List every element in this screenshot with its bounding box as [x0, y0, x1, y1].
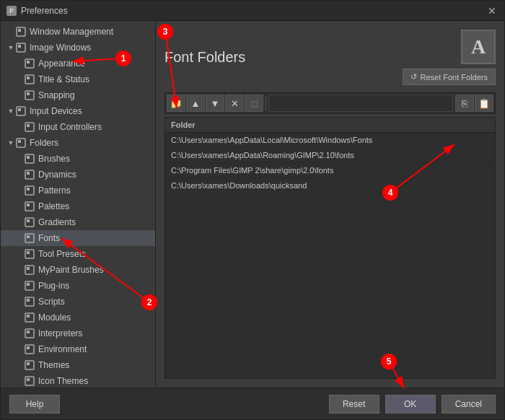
sidebar-label-palettes: Palettes [38, 201, 69, 211]
reset-font-folders-label: Reset Font Folders [420, 73, 488, 82]
titlebar-left: P Preferences [6, 6, 68, 16]
sidebar-icon-snapping [24, 89, 35, 101]
sidebar-item-folders[interactable]: ▼Folders [1, 135, 155, 151]
svg-rect-32 [25, 281, 34, 290]
sidebar-icon-mypaint-brushes [24, 264, 35, 276]
svg-rect-31 [27, 267, 30, 270]
delete-button[interactable]: ✕ [225, 95, 244, 112]
window-title: Preferences [21, 6, 68, 16]
sidebar-item-palettes[interactable]: Palettes [1, 198, 155, 214]
sidebar-label-scripts: Scripts [38, 297, 65, 307]
cancel-button[interactable]: Cancel [442, 395, 496, 414]
sidebar-item-brushes[interactable]: Brushes [1, 151, 155, 167]
clear-button[interactable]: ⬚ [245, 95, 263, 112]
copy-icon: ⎘ [462, 98, 467, 109]
sidebar-item-gradients[interactable]: Gradients [1, 214, 155, 230]
folder-row[interactable]: C:\Program Files\GIMP 2\share\gimp\2.0\f… [165, 163, 495, 178]
svg-rect-27 [27, 235, 30, 238]
sidebar-label-window-management: Window Management [30, 27, 113, 37]
sidebar-item-snapping[interactable]: Snapping [1, 87, 155, 103]
sidebar-item-window-management[interactable]: Window Management [1, 24, 155, 40]
sidebar-item-input-devices[interactable]: ▼Input Devices [1, 103, 155, 119]
sidebar-item-dynamics[interactable]: Dynamics [1, 167, 155, 183]
expand-arrow: ▼ [6, 107, 15, 115]
paste-button[interactable]: 📋 [475, 95, 493, 112]
expand-arrow: ▼ [6, 139, 15, 147]
sidebar-item-interpreters[interactable]: Interpreters [1, 325, 155, 341]
svg-rect-45 [27, 378, 30, 381]
sidebar-icon-input-controllers [24, 121, 35, 133]
svg-rect-7 [27, 76, 30, 79]
sidebar-item-appearance[interactable]: Appearance [1, 56, 155, 71]
sidebar-label-input-devices: Input Devices [30, 106, 82, 116]
sidebar-label-patterns: Patterns [38, 185, 71, 196]
sidebar-item-icon-themes[interactable]: Icon Themes [1, 373, 155, 388]
move-up-button[interactable]: ▲ [186, 95, 205, 112]
folder-row[interactable]: C:\Users\xames\AppData\Roaming\GIMP\2.10… [165, 148, 495, 163]
reset-font-folders-button[interactable]: ↺ Reset Font Folders [403, 69, 496, 85]
preferences-window: P Preferences ✕ Window Management▼Image … [0, 0, 505, 420]
svg-rect-2 [17, 43, 25, 52]
help-button[interactable]: Help [9, 395, 60, 414]
svg-rect-42 [25, 361, 34, 369]
sidebar-item-environment[interactable]: Environment [1, 341, 155, 357]
sidebar-label-environment: Environment [38, 344, 87, 354]
svg-rect-34 [25, 297, 34, 306]
sidebar-label-input-controllers: Input Controllers [38, 122, 102, 132]
ok-button[interactable]: OK [385, 395, 436, 414]
sidebar-item-image-windows[interactable]: ▼Image Windows [1, 40, 155, 56]
sidebar-icon-brushes [24, 153, 35, 165]
titlebar: P Preferences ✕ [1, 1, 504, 21]
sidebar-item-input-controllers[interactable]: Input Controllers [1, 119, 155, 135]
expand-arrow [6, 27, 15, 36]
svg-rect-36 [25, 313, 34, 322]
svg-rect-24 [25, 218, 34, 227]
sidebar-icon-patterns [24, 185, 35, 196]
sidebar-icon-plug-ins [24, 280, 35, 292]
svg-rect-0 [17, 27, 25, 36]
sidebar-icon-tool-presets [24, 248, 35, 260]
svg-rect-3 [18, 45, 21, 48]
svg-rect-25 [27, 219, 30, 222]
svg-rect-35 [27, 299, 30, 302]
svg-rect-17 [27, 156, 30, 159]
svg-rect-41 [27, 346, 30, 349]
sidebar-item-fonts[interactable]: Fonts [1, 230, 155, 246]
reset-button[interactable]: Reset [329, 395, 379, 414]
sidebar-icon-image-windows [15, 42, 27, 53]
copy-button[interactable]: ⎘ [455, 95, 474, 112]
svg-rect-8 [25, 91, 34, 100]
down-icon: ▼ [211, 98, 220, 109]
sidebar-label-plug-ins: Plug-ins [38, 281, 69, 291]
sidebar-label-tool-presets: Tool Presets [38, 249, 86, 259]
add-folder-button[interactable]: 📁 [167, 95, 185, 112]
folder-row[interactable]: C:\Users\xames\Downloads\quicksand [165, 178, 495, 193]
sidebar-item-title-status[interactable]: Title & Status [1, 71, 155, 87]
svg-rect-44 [25, 377, 34, 385]
sidebar-item-themes[interactable]: Themes [1, 357, 155, 373]
sidebar-item-modules[interactable]: Modules [1, 310, 155, 325]
folder-row[interactable]: C:\Users\xames\AppData\Local\Microsoft\W… [165, 133, 495, 148]
svg-rect-1 [18, 29, 21, 32]
folder-toolbar: 📁 ▲ ▼ ✕ ⬚ [164, 92, 496, 114]
sidebar-label-appearance: Appearance [38, 58, 85, 69]
sidebar-icon-title-status [24, 74, 35, 85]
svg-rect-16 [25, 154, 34, 163]
move-down-button[interactable]: ▼ [206, 95, 224, 112]
sidebar-label-folders: Folders [30, 138, 58, 148]
sidebar-item-plug-ins[interactable]: Plug-ins [1, 278, 155, 294]
sidebar-icon-interpreters [24, 328, 35, 339]
sidebar-item-mypaint-brushes[interactable]: MyPaint Brushes [1, 262, 155, 278]
font-folders-icon: A [461, 30, 496, 64]
sidebar-item-scripts[interactable]: Scripts [1, 294, 155, 310]
sidebar-icon-palettes [24, 201, 35, 212]
path-input[interactable] [268, 95, 453, 112]
close-button[interactable]: ✕ [486, 4, 499, 17]
add-folder-icon: 📁 [170, 98, 182, 109]
sidebar-label-dynamics: Dynamics [38, 170, 76, 180]
content-area: Window Management▼Image WindowsAppearanc… [1, 21, 504, 388]
sidebar-item-patterns[interactable]: Patterns [1, 183, 155, 198]
up-icon: ▲ [191, 98, 201, 109]
sidebar-item-tool-presets[interactable]: Tool Presets [1, 246, 155, 262]
separator [265, 96, 266, 110]
